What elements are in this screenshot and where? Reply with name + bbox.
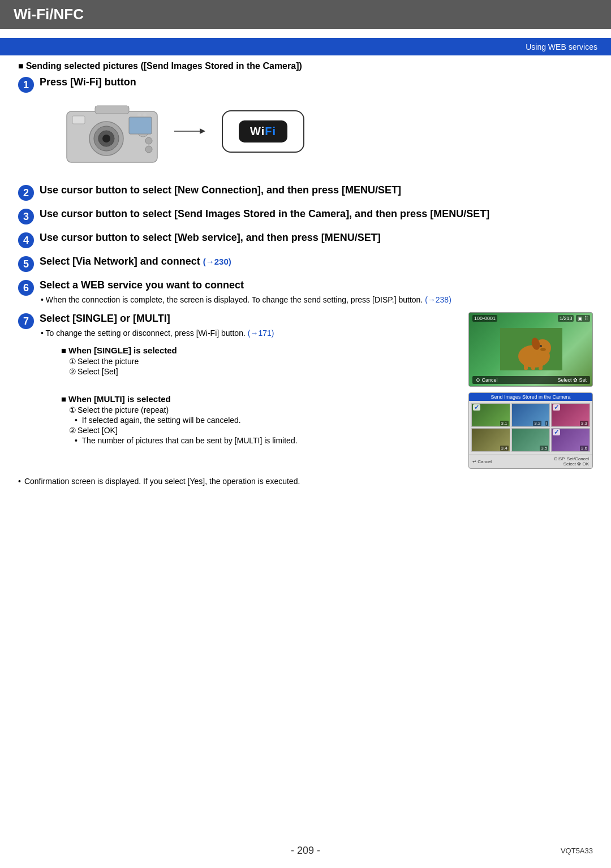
single-item-1: Select the picture: [61, 357, 458, 366]
step-num-7: 7: [18, 313, 34, 329]
dog-image: [472, 322, 590, 376]
step-5: 5 Select [Via Network] and connect (→230…: [18, 255, 593, 272]
multi-item-bullet-1: If selected again, the setting will be c…: [61, 416, 458, 425]
svg-rect-6: [72, 116, 85, 124]
single-screenshot: 100-0001 1/213 ▣ ⠿: [468, 312, 593, 387]
step-num-4: 4: [18, 232, 34, 248]
when-multi: When [MULTI] is selected Select the pict…: [61, 394, 458, 445]
ss-bottom-bar: ⊙ Cancel Select ✿ Set: [472, 376, 590, 384]
single-screenshot-bg: 100-0001 1/213 ▣ ⠿: [469, 313, 593, 386]
page-number: - 209 -: [291, 845, 320, 857]
arrow-icon: [174, 123, 208, 140]
ss-top-bar: 100-0001 1/213 ▣ ⠿: [472, 315, 590, 322]
single-list: Select the picture Select [Set]: [61, 357, 458, 376]
svg-rect-10: [129, 117, 152, 134]
cell-label-3: 3.3: [580, 421, 588, 426]
step-6-title: Select a WEB service you want to connect: [40, 279, 593, 292]
step-6: 6 Select a WEB service you want to conne…: [18, 279, 593, 305]
wifi-button-illustration: WiFi: [222, 110, 304, 153]
cell-label-6: 3.6: [580, 446, 588, 451]
step-4: 4 Use cursor button to select [Web servi…: [18, 231, 593, 248]
banner-text: Using WEB services: [526, 42, 597, 51]
wifi-btn-label: WiFi: [239, 120, 287, 142]
page-footer: - 209 - VQT5A33: [0, 845, 611, 857]
step-num-1: 1: [18, 77, 34, 93]
single-screenshot-inner: 100-0001 1/213 ▣ ⠿: [469, 313, 593, 386]
step-4-title: Use cursor button to select [Web service…: [40, 231, 593, 244]
camera-icon: [61, 94, 174, 168]
multi-select-ok-label: Select ✿ OK: [554, 461, 589, 467]
multi-item-2: Select [OK]: [61, 426, 458, 435]
step-3-content: Use cursor button to select [Send Images…: [40, 208, 593, 221]
step-2-title: Use cursor button to select [New Connect…: [40, 184, 593, 197]
step-2: 2 Use cursor button to select [New Conne…: [18, 184, 593, 201]
step-1: 1 Press [Wi-Fi] button: [18, 76, 593, 177]
step-4-content: Use cursor button to select [Web service…: [40, 231, 593, 244]
when-multi-title: When [MULTI] is selected: [61, 394, 458, 404]
check-6: ✓: [553, 429, 560, 435]
step-7-content: Select [SINGLE] or [MULTI] • To change t…: [40, 312, 593, 469]
ss-cancel-label: ⊙ Cancel: [476, 377, 498, 383]
ss-page-count: 1/213: [558, 315, 574, 322]
single-screenshot-overlay: 100-0001 1/213 ▣ ⠿: [469, 313, 593, 386]
cell-label-4: 3.4: [500, 446, 509, 451]
multi-list: Select the picture (repeat) If selected …: [61, 405, 458, 445]
step-7: 7 Select [SINGLE] or [MULTI] • To change…: [18, 312, 593, 469]
page-header: Wi-Fi/NFC: [0, 0, 611, 29]
multi-cell-4: 3.4: [471, 428, 510, 452]
multi-ok-area: DISP. Set/Cancel Select ✿ OK: [554, 456, 589, 467]
step-7-note: • To change the setting or disconnect, p…: [41, 328, 458, 339]
step-1-title: Press [Wi-Fi] button: [40, 76, 593, 89]
multi-cell-1: ✓ 3.1: [471, 403, 510, 427]
ss-icons: ▣ ⠿: [576, 315, 590, 322]
multi-cell-5: 3.5: [511, 428, 550, 452]
step-1-content: Press [Wi-Fi] button: [40, 76, 593, 177]
section-banner: Using WEB services: [0, 38, 611, 55]
bottom-confirmation-note: Confirmation screen is displayed. If you…: [18, 477, 593, 486]
multi-disp-label: DISP. Set/Cancel: [554, 456, 589, 461]
step-6-note: • When the connection is complete, the s…: [41, 295, 593, 306]
page-code: VQT5A33: [561, 847, 593, 855]
step-7-text: Select [SINGLE] or [MULTI] • To change t…: [40, 312, 458, 451]
step-6-note-link[interactable]: (→238): [425, 295, 451, 304]
screenshots-column: 100-0001 1/213 ▣ ⠿: [468, 312, 593, 469]
dog-svg: [500, 328, 562, 370]
svg-point-4: [102, 135, 110, 142]
svg-point-19: [540, 345, 542, 347]
single-item-2: Select [Set]: [61, 367, 458, 376]
svg-point-9: [145, 146, 152, 153]
svg-marker-14: [200, 128, 205, 134]
multi-cell-3: ✓ 3.3: [551, 403, 590, 427]
step-6-content: Select a WEB service you want to connect…: [40, 279, 593, 305]
multi-screenshot: Send Images Stored in the Camera ✓ 3.1 i…: [468, 392, 593, 469]
multi-grid: ✓ 3.1 i 3.2 ✓ 3.3: [469, 401, 592, 454]
check-3: ✓: [553, 404, 560, 411]
step-7-note-link[interactable]: (→171): [248, 329, 274, 338]
multi-item-bullet-2: The number of pictures that can be sent …: [61, 436, 458, 445]
page-title: Wi-Fi/NFC: [14, 6, 84, 23]
ss-select-label: Select ✿ Set: [557, 377, 587, 383]
when-single: When [SINGLE] is selected Select the pic…: [61, 346, 458, 376]
multi-cell-2: i 3.2: [511, 403, 550, 427]
multi-item-1: Select the picture (repeat): [61, 405, 458, 414]
step-5-link[interactable]: (→230): [203, 257, 231, 266]
svg-rect-5: [95, 106, 129, 114]
multi-screenshot-header: Send Images Stored in the Camera: [469, 393, 592, 401]
when-single-title: When [SINGLE] is selected: [61, 346, 458, 355]
main-content: Sending selected pictures ([Send Images …: [0, 61, 611, 503]
camera-illustration-area: WiFi: [40, 94, 593, 168]
multi-cancel-label: ↩ Cancel: [472, 459, 492, 464]
svg-point-20: [540, 348, 546, 351]
step-3-title: Use cursor button to select [Send Images…: [40, 208, 593, 221]
step-3: 3 Use cursor button to select [Send Imag…: [18, 208, 593, 224]
step-7-title: Select [SINGLE] or [MULTI]: [40, 312, 458, 325]
multi-footer: ↩ Cancel DISP. Set/Cancel Select ✿ OK: [469, 454, 592, 468]
svg-point-11: [137, 113, 141, 116]
cell-label-2b: 3.2: [533, 421, 541, 426]
step-num-3: 3: [18, 209, 34, 224]
check-1: ✓: [473, 404, 480, 411]
cell-label-1: 3.1: [500, 421, 509, 426]
section-heading: Sending selected pictures ([Send Images …: [18, 61, 593, 71]
step-5-content: Select [Via Network] and connect (→230): [40, 255, 593, 268]
multi-cell-6: ✓ 3.6: [551, 428, 590, 452]
